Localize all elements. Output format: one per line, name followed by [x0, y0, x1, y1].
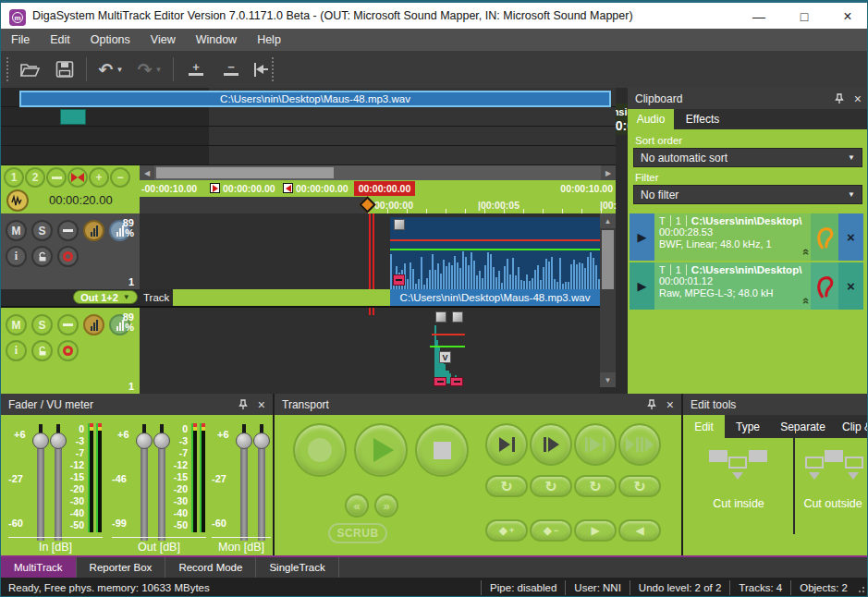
loop-button[interactable]: ↻	[574, 475, 617, 497]
tab-effects[interactable]: Effects	[674, 109, 731, 129]
clip-minus-handle-icon[interactable]	[393, 274, 405, 286]
clip-minus-handle-icon[interactable]	[450, 377, 463, 386]
item-body[interactable]: T1C:\Users\nin\Desktop\ 00:00:28.53 BWF,…	[654, 213, 811, 261]
ruler-markers-row[interactable]: -00:00:10.00 00:00:00.00 00:00:00.00 00:…	[140, 180, 616, 197]
vscrollbar-thumb[interactable]	[602, 230, 614, 289]
item-delete-button[interactable]: ×	[838, 262, 863, 310]
cut-inside-label[interactable]: Cut inside	[692, 497, 785, 510]
fader-slider[interactable]	[236, 424, 252, 544]
volume-point-handle[interactable]: V	[439, 351, 451, 363]
scrub-button[interactable]: SCRUB	[328, 523, 387, 543]
pin-icon[interactable]	[835, 93, 844, 104]
minimize-button[interactable]: —	[743, 5, 775, 29]
menu-window[interactable]: Window	[186, 33, 247, 46]
menu-edit[interactable]: Edit	[40, 33, 80, 46]
clip-red-line[interactable]	[390, 239, 600, 241]
clip-handle-icon[interactable]	[394, 219, 405, 230]
tab-separate[interactable]: Separate	[771, 415, 835, 438]
add-marker-button[interactable]: ◆+	[485, 519, 528, 542]
track1-minimize-button[interactable]	[57, 220, 79, 241]
soundhead-time-badge[interactable]: 00:00:00.00	[354, 181, 415, 196]
zoom-in-button[interactable]: +	[89, 167, 109, 188]
zoom-out-button[interactable]: −	[110, 167, 130, 188]
tab-type[interactable]: Type	[725, 415, 771, 438]
tab-audio[interactable]: Audio	[628, 109, 674, 129]
zoom-out-icon[interactable]: −	[217, 56, 245, 82]
zoom-in-icon[interactable]: +	[182, 56, 210, 82]
track1-info-button[interactable]: i	[6, 246, 27, 267]
close-panel-icon[interactable]: ×	[854, 91, 862, 106]
tab-record-mode[interactable]: Record Mode	[165, 557, 256, 578]
clip-handle-icon[interactable]	[435, 311, 446, 323]
prev-marker-button[interactable]: ◀	[618, 519, 661, 542]
loop-button[interactable]: ↻	[485, 475, 528, 497]
undo-icon[interactable]: ↶▼	[93, 56, 128, 82]
fader-slider[interactable]	[136, 424, 153, 544]
track2-mute-button[interactable]: M	[6, 314, 27, 335]
close-button[interactable]: ×	[832, 5, 863, 29]
expand-chevrons-icon[interactable]: «	[800, 298, 811, 304]
fader-slider[interactable]	[153, 424, 170, 544]
item-prelisten-icon[interactable]	[811, 262, 838, 310]
record-button[interactable]	[293, 423, 347, 477]
fader-slider[interactable]	[253, 424, 270, 544]
clip-handle-icon[interactable]	[452, 311, 463, 323]
zoom-selection-button[interactable]	[67, 167, 88, 188]
item-play-button[interactable]: ▶	[630, 213, 654, 261]
menu-options[interactable]: Options	[80, 33, 141, 46]
forward-button[interactable]: »	[374, 493, 398, 518]
clip-red-line[interactable]	[432, 334, 465, 335]
scrollbar-thumb[interactable]	[156, 167, 334, 178]
save-icon[interactable]	[51, 56, 79, 82]
menu-file[interactable]: File	[1, 33, 40, 46]
track1-solo-button[interactable]: S	[31, 220, 53, 241]
track1-clip-label[interactable]: C:\Users\nin\Desktop\Maus-48.mp3.wav	[390, 289, 600, 306]
open-file-icon[interactable]	[16, 56, 43, 82]
play-button[interactable]	[354, 423, 408, 477]
track1-mute-button[interactable]: M	[6, 220, 27, 241]
fader-slider[interactable]	[32, 424, 49, 544]
toolbar-grip[interactable]	[6, 57, 9, 81]
filter-select[interactable]: No filter▼	[633, 185, 862, 204]
track1-clip[interactable]	[390, 217, 600, 289]
play-from-mark-button[interactable]	[530, 423, 572, 466]
stop-button[interactable]	[415, 423, 469, 477]
fader-slider[interactable]	[50, 424, 67, 544]
track1-meter-gold-icon[interactable]	[83, 220, 104, 241]
track2-meter-gold-icon[interactable]	[83, 314, 104, 335]
scroll-up-icon[interactable]: ▲	[600, 213, 616, 228]
pin-icon[interactable]	[647, 399, 656, 410]
mark-out-flag-icon[interactable]	[283, 183, 293, 193]
tracks-vscrollbar[interactable]: ▲ ▼	[600, 213, 616, 387]
track1-output-select[interactable]: Out 1+2▼	[73, 290, 138, 304]
overview-clip[interactable]: C:\Users\nin\Desktop\Maus-48.mp3.wav	[19, 91, 611, 107]
expand-chevrons-icon[interactable]: «	[800, 249, 811, 255]
sort-order-select[interactable]: No automatic sort▼	[633, 148, 862, 167]
scroll-right-icon[interactable]: ▶	[601, 165, 616, 180]
resize-grip[interactable]	[856, 580, 867, 595]
fader-knob[interactable]	[253, 433, 270, 449]
track1-region-bar[interactable]	[173, 289, 390, 306]
clipboard-item[interactable]: ▶ T1C:\Users\nin\Desktop\ 00:00:01.12 Ra…	[630, 262, 863, 310]
zoom-preset-1-button[interactable]: 1	[4, 167, 24, 188]
item-play-button[interactable]: ▶	[630, 262, 654, 310]
clip-minus-handle-icon[interactable]	[434, 377, 446, 386]
tab-reporter-box[interactable]: Reporter Box	[77, 557, 166, 578]
redo-icon[interactable]: ↷▼	[132, 56, 167, 82]
fader-knob[interactable]	[32, 433, 49, 449]
fader-knob[interactable]	[136, 433, 153, 449]
track2-lock-icon[interactable]	[31, 340, 53, 361]
item-delete-button[interactable]: ×	[838, 213, 863, 261]
menu-view[interactable]: View	[141, 33, 186, 46]
track2-minimize-button[interactable]	[57, 314, 79, 335]
zoom-preset-2-button[interactable]: 2	[25, 167, 45, 188]
fader-knob[interactable]	[236, 433, 252, 449]
track1-lock-icon[interactable]	[31, 246, 53, 267]
play-between-marks-button[interactable]	[574, 423, 617, 466]
play-to-mark-button[interactable]	[485, 423, 528, 466]
zoom-fit-button[interactable]	[46, 167, 67, 188]
mark-in-flag-icon[interactable]	[210, 183, 220, 193]
loop-button[interactable]: ↻	[618, 475, 661, 497]
tab-edit[interactable]: Edit	[683, 415, 725, 438]
scrub-wheel-icon[interactable]	[6, 189, 29, 212]
